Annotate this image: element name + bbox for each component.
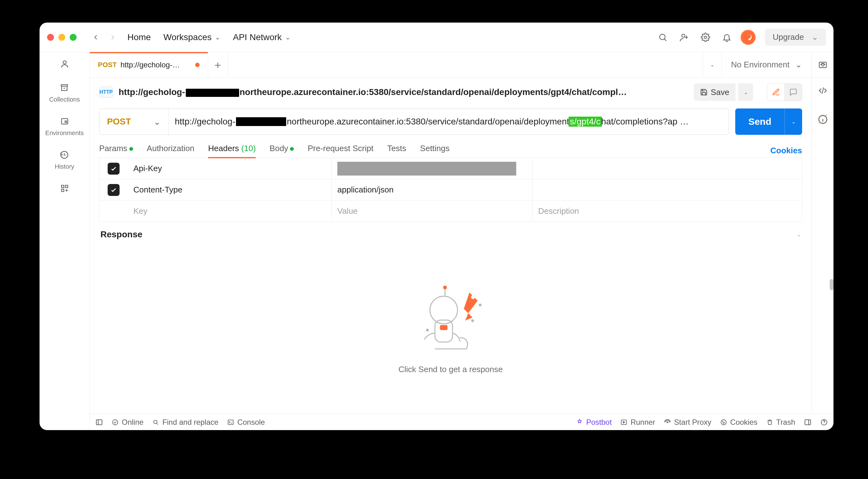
find-replace-button[interactable]: Find and replace [152,418,218,426]
environment-quicklook-button[interactable] [811,52,834,77]
panel-toggle-right-button[interactable] [804,418,811,426]
header-desc-cell[interactable] [532,158,802,179]
dot-indicator-icon [290,147,294,151]
window-controls [47,34,76,41]
send-options-button[interactable]: ⌄ [784,108,802,135]
app-window: Home Workspaces ⌄ API Network ⌄ Upgrade … [39,23,834,430]
headers-count: (10) [241,144,256,153]
scrollbar-thumb[interactable] [830,279,834,290]
save-button[interactable]: Save [694,83,736,101]
save-group: Save ⌄ [694,83,753,101]
table-row: Content-Type application/json [99,179,802,200]
menu-home[interactable]: Home [124,30,154,44]
tabs-overflow-button[interactable]: ⌄ [703,52,721,77]
request-header-row: HTTP http://gecholog-northeurope.azureco… [99,83,802,101]
save-icon [700,89,708,96]
svg-rect-10 [62,189,64,192]
chevron-down-icon: ⌄ [153,116,161,127]
subtab-authorization[interactable]: Authorization [147,144,194,158]
subtab-settings[interactable]: Settings [420,144,450,158]
header-enabled-checkbox[interactable] [107,184,120,196]
code-snippet-button[interactable] [818,86,828,95]
response-collapse-button[interactable]: ⌄ [797,232,801,238]
header-desc-cell[interactable] [532,179,802,200]
rail-history[interactable]: History [55,149,74,170]
svg-rect-15 [440,325,447,330]
start-proxy-button[interactable]: Start Proxy [664,418,711,426]
svg-point-2 [705,36,707,39]
header-value-input[interactable]: Value [332,201,532,221]
avatar[interactable] [741,30,756,45]
request-name[interactable]: http://gecholog-northeurope.azurecontain… [119,87,688,97]
info-button[interactable] [817,114,828,125]
chevron-down-icon: ⌄ [795,60,802,70]
method-selector[interactable]: POST ⌄ [99,109,168,135]
request-subtabs: Params Authorization Headers (10) Body P… [99,144,802,158]
http-badge: HTTP [99,87,113,98]
invite-button[interactable] [677,30,692,45]
svg-rect-7 [65,121,66,123]
search-button[interactable] [655,30,670,45]
svg-point-3 [744,33,753,42]
svg-point-18 [479,304,481,306]
rail-environments[interactable]: Environments [45,116,84,137]
url-input[interactable]: http://gecholog-northeurope.azurecontain… [168,109,728,135]
header-enabled-checkbox[interactable] [107,163,120,175]
save-options-button[interactable]: ⌄ [738,83,753,101]
header-key-cell[interactable]: Content-Type [128,179,332,200]
trash-button[interactable]: Trash [766,418,795,426]
rail-collections[interactable]: Collections [49,82,80,103]
edit-group [767,83,802,101]
header-desc-input[interactable]: Description [532,201,802,221]
menu-workspaces[interactable]: Workspaces ⌄ [160,30,224,44]
tab-request-active[interactable]: POST http://gecholog- [90,52,208,77]
nav-forward-button[interactable] [107,32,118,43]
send-button[interactable]: Send [735,108,784,135]
redacted-block [236,117,286,126]
svg-rect-34 [805,420,811,425]
runner-button[interactable]: Runner [620,418,655,426]
window-zoom-button[interactable] [70,34,76,41]
subtab-tests[interactable]: Tests [387,144,406,158]
header-key-cell[interactable]: Api-Key [128,158,332,179]
console-button[interactable]: Console [227,418,265,426]
window-minimize-button[interactable] [58,34,65,41]
tab-new-button[interactable]: ＋ [208,52,228,77]
svg-rect-27 [228,420,234,424]
cookies-button[interactable]: Cookies [720,418,757,426]
svg-point-17 [472,320,473,321]
response-area: Click Send to get a response [99,243,802,414]
help-button[interactable] [820,418,828,426]
response-title: Response [100,230,143,240]
notifications-button[interactable] [719,30,734,45]
window-close-button[interactable] [47,34,54,41]
subtab-prerequest[interactable]: Pre-request Script [308,144,373,158]
request-panel: HTTP http://gecholog-northeurope.azureco… [90,78,811,414]
header-key-input[interactable]: Key [128,201,332,221]
environment-selector[interactable]: No Environment ⌄ [721,52,811,77]
edit-button[interactable] [767,83,784,101]
rail-configure[interactable] [59,183,70,194]
header-value-cell[interactable] [332,158,532,179]
subtab-params[interactable]: Params [99,144,133,158]
redacted-value [337,162,516,176]
tab-method: POST [98,61,117,69]
menu-workspaces-label: Workspaces [163,32,212,42]
rail-people[interactable] [59,58,70,70]
subtab-headers[interactable]: Headers (10) [208,144,256,158]
header-value-cell[interactable]: application/json [332,179,532,200]
upgrade-button[interactable]: Upgrade ⌄ [765,29,826,46]
status-bar: Online Find and replace Console Postbot … [90,414,834,430]
postbot-button[interactable]: Postbot [576,418,612,426]
subtab-body[interactable]: Body [270,144,294,158]
environment-selected-label: No Environment [731,60,789,70]
svg-point-1 [682,34,685,37]
cookies-link[interactable]: Cookies [770,146,802,156]
menu-api-network[interactable]: API Network ⌄ [230,30,294,44]
nav-back-button[interactable] [90,32,101,43]
rail-collections-label: Collections [49,96,80,103]
status-online[interactable]: Online [112,418,144,426]
settings-button[interactable] [698,30,713,45]
comment-button[interactable] [784,83,802,101]
panel-toggle-left-button[interactable] [95,418,103,426]
